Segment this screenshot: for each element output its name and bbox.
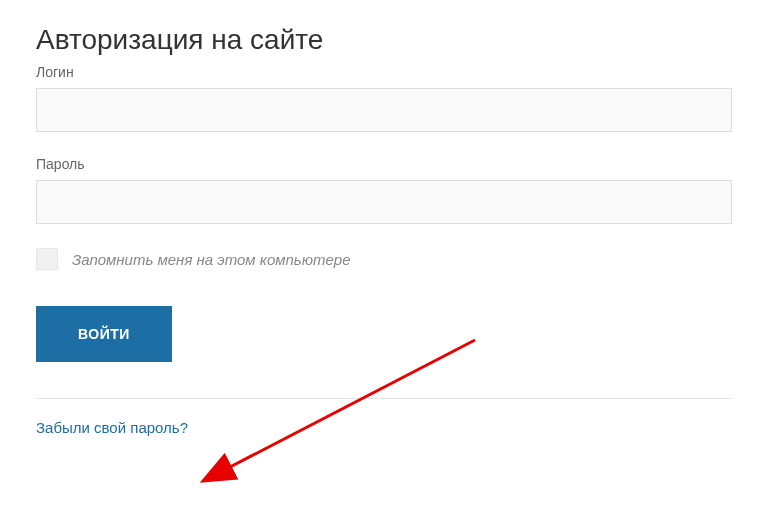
submit-button[interactable]: Войти [36, 306, 172, 362]
remember-row: Запомнить меня на этом компьютере [36, 248, 732, 270]
login-field-group: Логин [36, 64, 732, 132]
password-field-group: Пароль [36, 156, 732, 224]
divider [36, 398, 732, 399]
login-label: Логин [36, 64, 732, 80]
password-input[interactable] [36, 180, 732, 224]
remember-checkbox[interactable] [36, 248, 58, 270]
login-input[interactable] [36, 88, 732, 132]
forgot-password-link[interactable]: Забыли свой пароль? [36, 419, 188, 436]
remember-label: Запомнить меня на этом компьютере [72, 251, 351, 268]
password-label: Пароль [36, 156, 732, 172]
svg-line-1 [205, 340, 475, 480]
arrow-annotation-icon [185, 332, 485, 492]
page-title: Авторизация на сайте [36, 24, 732, 56]
